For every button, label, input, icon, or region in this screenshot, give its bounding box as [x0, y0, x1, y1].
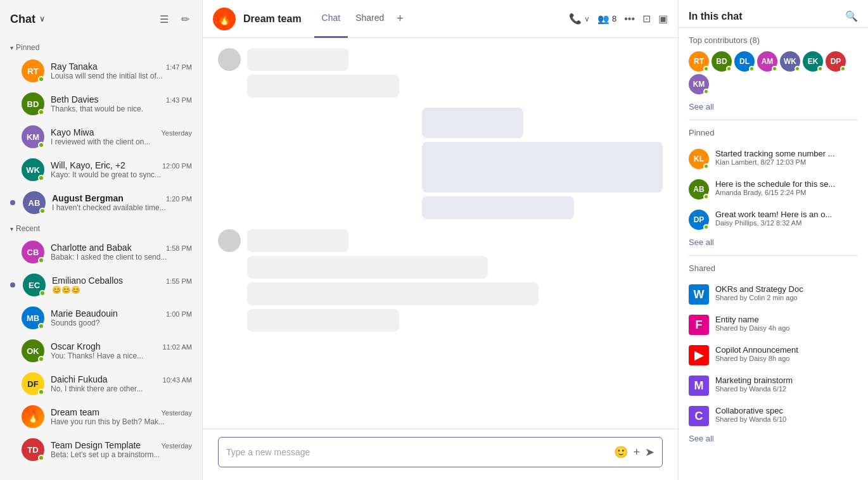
- avatar-text: OK: [27, 346, 39, 356]
- chat-top: Ray Tanaka 1:47 PM: [51, 61, 192, 72]
- bubble: [247, 309, 399, 332]
- contributor-avatar-1: BD: [712, 51, 732, 72]
- chat-item-emiliano[interactable]: EC Emiliano Ceballos 1:55 PM 😊😊😊: [0, 268, 202, 301]
- file-icon: W: [689, 284, 709, 305]
- contributor-avatar-0: RT: [689, 51, 709, 72]
- chat-title-label: Chat: [10, 13, 35, 26]
- chat-name: Charlotte and Babak: [51, 243, 132, 253]
- compose-button[interactable]: ✏: [179, 11, 192, 28]
- message-input-box[interactable]: 🙂 + ➤: [218, 437, 663, 467]
- chat-item-charlotte[interactable]: CB Charlotte and Babak 1:58 PM Babak: I …: [0, 236, 202, 268]
- see-all-contributors[interactable]: See all: [689, 102, 714, 111]
- send-button[interactable]: ➤: [645, 445, 654, 459]
- rp-shared-item-3[interactable]: M Marketing brainstorm Shared by Wanda 6…: [689, 370, 858, 401]
- contrib-status: [703, 89, 709, 94]
- chat-time: 10:43 AM: [163, 376, 192, 384]
- chat-item-will[interactable]: WK Will, Kayo, Eric, +2 12:00 PM Kayo: I…: [0, 153, 202, 186]
- attach-button[interactable]: +: [633, 446, 640, 459]
- shared-text: Entity name Shared by Daisy 4h ago: [715, 315, 789, 332]
- contributors-list: RT BD DL AM WK EK DP KM: [689, 51, 858, 94]
- chat-item-daichi[interactable]: DF Daichi Fukuda 10:43 AM No, I think th…: [0, 367, 202, 400]
- tab-add-button[interactable]: +: [392, 0, 409, 38]
- chat-item-dreamteam[interactable]: 🔥 Dream team Yesterday Have you run this…: [0, 400, 202, 433]
- pinned-list: RT Ray Tanaka 1:47 PM Louisa will send t…: [0, 54, 202, 219]
- shared-filename: Entity name: [715, 315, 789, 324]
- message-input[interactable]: [226, 447, 609, 457]
- pinned-text: Here is the schedule for this se... Aman…: [715, 179, 835, 196]
- call-button[interactable]: 📞 ∨: [569, 13, 590, 25]
- avatar-text: 🔥: [26, 410, 40, 424]
- avatar-ray: RT: [22, 60, 44, 82]
- avatar-text: EC: [29, 281, 40, 290]
- rp-shared-item-2[interactable]: ▶ Copilot Announcement Shared by Daisy 8…: [689, 340, 858, 370]
- avatar-text: RT: [27, 66, 38, 76]
- status-dot: [39, 290, 46, 296]
- see-all-shared[interactable]: See all: [689, 434, 714, 443]
- pinned-name: Started tracking some number ...: [715, 149, 835, 158]
- tab-chat[interactable]: Chat: [314, 0, 348, 38]
- rp-pinned-item-1[interactable]: AB Here is the schedule for this se... A…: [689, 174, 858, 205]
- emoji-button[interactable]: 🙂: [614, 445, 628, 459]
- chat-name: Dream team: [51, 407, 99, 417]
- avatar-beth: BD: [22, 92, 44, 115]
- chat-name: Daichi Fukuda: [51, 374, 108, 384]
- filter-button[interactable]: ☰: [157, 11, 171, 28]
- bubble: [247, 282, 539, 305]
- chat-preview: Kayo: It would be great to sync...: [51, 170, 192, 179]
- pinned-av-status: [703, 224, 709, 230]
- avatar-charlotte: CB: [22, 241, 44, 263]
- chat-info-beth: Beth Davies 1:43 PM Thanks, that would b…: [51, 94, 192, 113]
- pinned-section-label: ▾ Pinned: [0, 38, 202, 54]
- msg-bubbles-right: [422, 108, 663, 219]
- rp-pinned-item-0[interactable]: KL Started tracking some number ... Kian…: [689, 144, 858, 174]
- see-all-pinned[interactable]: See all: [689, 237, 714, 247]
- chat-top: Dream team Yesterday: [51, 407, 192, 417]
- avatar-text: BD: [27, 99, 39, 109]
- chat-preview: Beta: Let's set up a brainstorm...: [51, 450, 192, 459]
- chat-item-beth[interactable]: BD Beth Davies 1:43 PM Thanks, that woul…: [0, 87, 202, 120]
- status-dot: [38, 257, 44, 263]
- chat-name: August Bergman: [52, 193, 124, 203]
- status-dot: [38, 175, 44, 181]
- view-toggle-button[interactable]: ⊡: [642, 13, 651, 25]
- chat-item-august[interactable]: AB August Bergman 1:20 PM I haven't chec…: [0, 186, 202, 219]
- rp-shared-item-4[interactable]: C Collaborative spec Shared by Wanda 6/1…: [689, 401, 858, 431]
- shared-text: Copilot Announcement Shared by Daisy 8h …: [715, 345, 798, 362]
- more-options-button[interactable]: •••: [624, 13, 635, 25]
- shared-filemeta: Shared by Wanda 6/10: [715, 415, 786, 423]
- chat-top: Kayo Miwa Yesterday: [51, 127, 192, 137]
- recent-chevron: ▾: [10, 225, 13, 232]
- message-row-right: [218, 108, 663, 219]
- chat-item-kayo[interactable]: KM Kayo Miwa Yesterday I reviewed with t…: [0, 120, 202, 153]
- contributor-avatar-3: AM: [757, 51, 777, 72]
- contributor-avatar-5: EK: [803, 51, 823, 72]
- sidebar-toggle-button[interactable]: ▣: [658, 13, 668, 25]
- chat-item-ray[interactable]: RT Ray Tanaka 1:47 PM Louisa will send t…: [0, 54, 202, 87]
- rp-pinned-item-2[interactable]: DP Great work team! Here is an o... Dais…: [689, 205, 858, 235]
- rp-shared-item-1[interactable]: F Entity name Shared by Daisy 4h ago: [689, 310, 858, 340]
- chat-top: Emiliano Ceballos 1:55 PM: [52, 275, 192, 286]
- chat-top: Marie Beaudouin 1:00 PM: [51, 308, 192, 319]
- tab-shared[interactable]: Shared: [348, 0, 392, 38]
- shared-filename: Copilot Announcement: [715, 345, 798, 355]
- chat-preview: I reviewed with the client on...: [51, 137, 192, 146]
- input-area: 🙂 + ➤: [203, 429, 678, 480]
- chat-name: Kayo Miwa: [51, 127, 94, 137]
- rp-shared-item-0[interactable]: W OKRs and Strategy Doc Shared by Colin …: [689, 279, 858, 310]
- avatar-text: DF: [27, 379, 38, 389]
- people-button[interactable]: 👥 8: [597, 13, 616, 25]
- avatar-text: CB: [27, 248, 39, 257]
- file-icon: M: [689, 376, 709, 396]
- chat-title-chevron[interactable]: ∨: [39, 15, 45, 23]
- recent-label-text: Recent: [16, 224, 40, 233]
- avatar-text: TD: [27, 445, 38, 455]
- avatar-daichi: DF: [22, 372, 44, 395]
- chat-item-teamdesign[interactable]: TD Team Design Template Yesterday Beta: …: [0, 433, 202, 466]
- pinned-name: Great work team! Here is an o...: [715, 210, 832, 219]
- chat-item-oscar[interactable]: OK Oscar Krogh 11:02 AM You: Thanks! Hav…: [0, 334, 202, 367]
- rp-search-button[interactable]: 🔍: [845, 10, 858, 22]
- sidebar: Chat ∨ ☰ ✏ ▾ Pinned RT Ray Tanaka 1:47 P…: [0, 0, 203, 480]
- chat-item-marie[interactable]: MB Marie Beaudouin 1:00 PM Sounds good?: [0, 301, 202, 334]
- chat-preview: Babak: I asked the client to send...: [51, 253, 192, 262]
- chat-time: Yesterday: [161, 129, 192, 137]
